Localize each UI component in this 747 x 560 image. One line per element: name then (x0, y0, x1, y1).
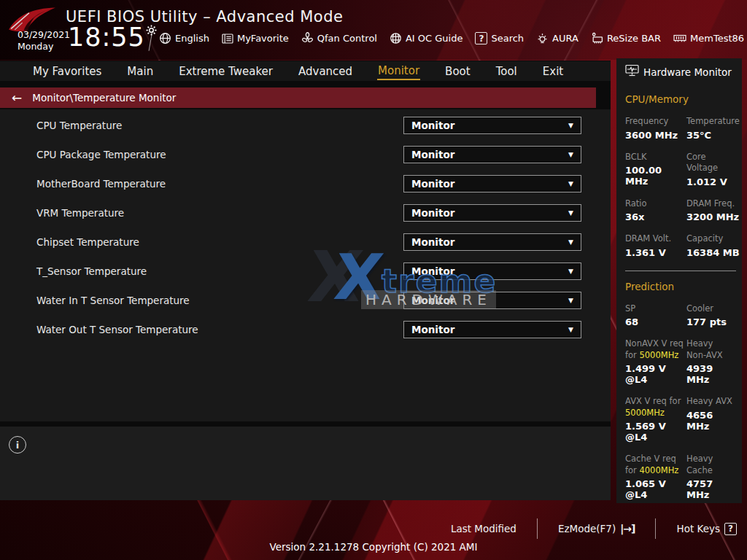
time-text: 18:55 (68, 23, 145, 52)
hot-keys-question-icon: ? (724, 523, 737, 535)
stat-nonavx-vreq: NonAVX V req for 5000MHz 1.499 V @L4 (625, 338, 686, 385)
hot-keys-button[interactable]: Hot Keys ? (676, 523, 737, 535)
stat-heavy-nonavx: Heavy Non-AVX 4939 MHz (686, 338, 738, 385)
stat-dram-freq: DRAM Freq. 3200 MHz (686, 198, 743, 223)
chevron-down-icon: ▼ (568, 209, 573, 217)
prediction-grid: SP 68 Cooler 177 pts NonAVX V req for 50… (625, 303, 738, 512)
main-menu-bar: My Favorites Main Extreme Tweaker Advanc… (0, 61, 611, 81)
tab-monitor[interactable]: Monitor (377, 63, 420, 80)
header-toolbar: English MyFavorite (159, 32, 744, 44)
chevron-down-icon: ▼ (568, 268, 573, 275)
sidebar-divider (625, 271, 736, 271)
version-text: Version 2.21.1278 Copyright (C) 2021 AMI (0, 541, 747, 553)
info-icon: i (9, 436, 26, 454)
tab-my-favorites[interactable]: My Favorites (32, 63, 102, 79)
stat-ratio: Ratio 36x (625, 198, 686, 223)
search-button[interactable]: ? Search (475, 32, 524, 44)
setting-row-t-sensor-temperature: T_Sensor Temperature Monitor ▼ (0, 257, 611, 286)
aura-button[interactable]: AURA (536, 32, 578, 44)
chevron-down-icon: ▼ (568, 151, 573, 158)
setting-row-cpu-temperature: CPU Temperature Monitor ▼ (0, 111, 611, 140)
language-button[interactable]: English (159, 32, 209, 44)
aura-lamp-icon (536, 32, 549, 44)
stat-cooler: Cooler 177 pts (686, 303, 738, 328)
vrm-temperature-dropdown[interactable]: Monitor ▼ (403, 204, 581, 222)
settings-panel: CPU Temperature Monitor ▼ CPU Package Te… (0, 109, 611, 421)
last-modified-button[interactable]: Last Modified (451, 523, 516, 534)
tab-advanced[interactable]: Advanced (298, 63, 353, 79)
t-sensor-temperature-dropdown[interactable]: Monitor ▼ (403, 262, 581, 280)
description-panel: i (0, 427, 611, 500)
hardware-monitor-icon (625, 64, 639, 79)
water-out-temperature-dropdown[interactable]: Monitor ▼ (403, 321, 581, 338)
footer-bar: Last Modified EzMode(F7) |→] Hot Keys ? (0, 517, 747, 540)
cpu-package-temperature-dropdown[interactable]: Monitor ▼ (403, 146, 581, 163)
chevron-down-icon: ▼ (568, 326, 573, 333)
setting-row-water-out-temperature: Water Out T Sensor Temperature Monitor ▼ (0, 315, 611, 344)
stat-heavy-cache: Heavy Cache 4757 MHz (686, 454, 738, 500)
tab-tool[interactable]: Tool (495, 63, 518, 79)
pcie-card-icon (591, 32, 603, 44)
footer-separator (537, 518, 538, 539)
tab-exit[interactable]: Exit (542, 63, 564, 79)
stat-heavy-avx: Heavy AVX 4656 MHz (686, 396, 738, 443)
breadcrumb-bar: ← Monitor\Temperature Monitor (0, 88, 596, 108)
chevron-down-icon: ▼ (568, 122, 573, 129)
myfavorite-button[interactable]: MyFavorite (222, 33, 289, 44)
memtest86-button[interactable]: MemTest86 (673, 33, 744, 44)
stat-bclk: BCLK 100.00 MHz (625, 152, 686, 187)
stat-core-voltage: Core Voltage 1.012 V (686, 152, 743, 187)
stat-capacity: Capacity 16384 MB (686, 233, 743, 258)
date-text: 03/29/2021 (18, 29, 70, 41)
tab-extreme-tweaker[interactable]: Extreme Tweaker (178, 63, 274, 79)
setting-row-chipset-temperature: Chipset Temperature Monitor ▼ (0, 228, 611, 257)
ai-oc-guide-button[interactable]: AI OC Guide (390, 32, 462, 44)
chevron-down-icon: ▼ (568, 180, 573, 187)
cpu-memory-section-title: CPU/Memory (625, 93, 738, 105)
footer-separator (655, 518, 656, 539)
chipset-temperature-dropdown[interactable]: Monitor ▼ (403, 233, 581, 251)
setting-row-water-in-temperature: Water In T Sensor Temperature Monitor ▼ (0, 286, 611, 315)
chevron-down-icon: ▼ (568, 297, 573, 304)
stat-avx-vreq: AVX V req for 5000MHz 1.569 V @L4 (625, 396, 686, 443)
motherboard-temperature-dropdown[interactable]: Monitor ▼ (403, 175, 581, 192)
header: UEFI BIOS Utility – Advanced Mode 03/29/… (0, 0, 747, 60)
ezmode-button[interactable]: EzMode(F7) |→] (558, 523, 635, 534)
breadcrumb-path: Monitor\Temperature Monitor (32, 92, 176, 104)
water-in-temperature-dropdown[interactable]: Monitor ▼ (403, 292, 581, 309)
setting-row-vrm-temperature: VRM Temperature Monitor ▼ (0, 198, 611, 228)
bios-screen: UEFI BIOS Utility – Advanced Mode 03/29/… (0, 0, 747, 560)
stat-frequency: Frequency 3600 MHz (625, 116, 686, 141)
back-arrow-icon[interactable]: ← (12, 92, 22, 104)
hardware-monitor-panel: Hardware Monitor CPU/Memory Frequency 36… (616, 58, 742, 503)
chevron-down-icon: ▼ (568, 238, 573, 246)
fan-icon (301, 32, 314, 44)
ram-module-icon (673, 33, 686, 44)
stat-sp: SP 68 (625, 303, 686, 328)
day-text: Monday (18, 41, 70, 52)
stat-temperature: Temperature 35°C (686, 116, 743, 141)
search-question-icon: ? (475, 32, 487, 44)
brain-icon (390, 32, 402, 44)
favorites-list-icon (222, 34, 233, 44)
setting-row-motherboard-temperature: MotherBoard Temperature Monitor ▼ (0, 169, 611, 198)
ezmode-switch-icon: |→] (620, 523, 635, 534)
qfan-control-button[interactable]: Qfan Control (301, 32, 377, 44)
hardware-monitor-title: Hardware Monitor (643, 66, 732, 78)
cpu-temperature-dropdown[interactable]: Monitor ▼ (403, 117, 581, 134)
resize-bar-button[interactable]: ReSize BAR (591, 32, 661, 44)
prediction-section-title: Prediction (625, 281, 738, 292)
tab-boot[interactable]: Boot (444, 63, 471, 79)
cpu-memory-grid: Frequency 3600 MHz Temperature 35°C BCLK… (625, 116, 738, 269)
tab-main[interactable]: Main (126, 63, 154, 79)
globe-icon (159, 32, 171, 44)
setting-row-cpu-package-temperature: CPU Package Temperature Monitor ▼ (0, 140, 611, 169)
stat-dram-volt: DRAM Volt. 1.361 V (625, 233, 686, 258)
stat-cache-vreq: Cache V req for 4000MHz 1.065 V @L4 (625, 454, 686, 500)
